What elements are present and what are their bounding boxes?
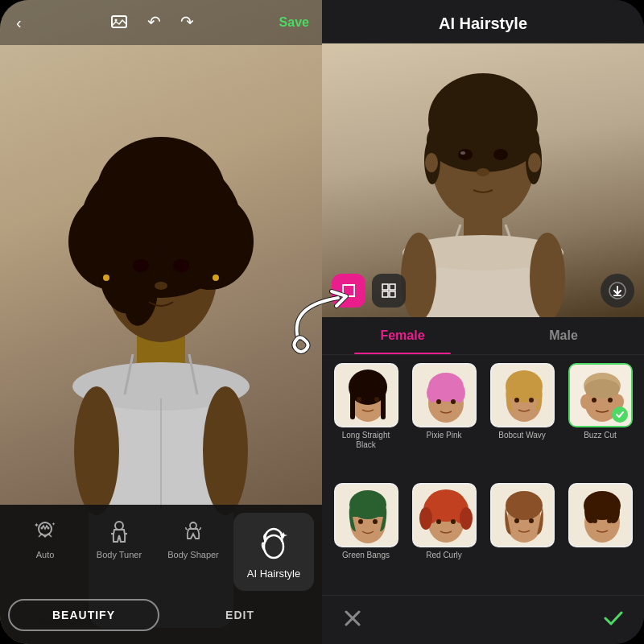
hairstyle-label-4: Green Bangs — [342, 551, 390, 560]
svg-point-92 — [373, 519, 378, 524]
tool-body-tuner[interactable]: Body Tuner — [82, 513, 156, 565]
tool-auto[interactable]: ✦ ✦ Auto — [8, 513, 82, 565]
svg-point-84 — [608, 398, 613, 402]
hairstyle-long-straight-black[interactable]: Long StraightBlack — [330, 363, 402, 477]
download-button[interactable] — [601, 274, 634, 308]
svg-point-30 — [190, 522, 196, 529]
svg-point-106 — [514, 518, 519, 523]
svg-point-45 — [493, 149, 508, 160]
photo-control-left — [332, 274, 406, 308]
body-tuner-label: Body Tuner — [97, 550, 142, 560]
right-photo-area — [322, 43, 644, 317]
body-shaper-icon — [179, 518, 208, 547]
svg-point-98 — [419, 507, 432, 530]
svg-point-15 — [173, 259, 189, 272]
svg-point-49 — [528, 153, 541, 172]
svg-rect-76 — [506, 384, 542, 392]
svg-point-16 — [155, 282, 167, 290]
svg-point-31 — [264, 535, 283, 558]
svg-point-1 — [114, 19, 117, 21]
tool-body-shaper[interactable]: Body Shaper — [156, 513, 230, 565]
hairstyle-label-5: Red Curly — [426, 551, 461, 560]
hairstyle-thumb-5 — [412, 483, 477, 547]
hairstyle-thumb-6 — [490, 483, 555, 547]
svg-point-91 — [358, 519, 363, 524]
hairstyle-thumb-3 — [568, 363, 633, 427]
svg-point-114 — [607, 518, 612, 523]
svg-rect-52 — [390, 284, 395, 290]
hairstyle-style7[interactable] — [486, 483, 558, 587]
svg-point-48 — [425, 153, 438, 172]
svg-rect-60 — [350, 387, 355, 419]
hairstyle-thumb-2 — [490, 363, 555, 427]
header-center-icons: ↶ ↷ — [107, 9, 197, 37]
back-icon[interactable]: ‹ — [13, 10, 25, 35]
svg-point-18 — [213, 275, 219, 281]
hairstyle-red-curly[interactable]: Red Curly — [408, 483, 480, 587]
svg-point-85 — [580, 394, 590, 409]
bottom-toolbar: ✦ ✦ Auto Body Tuner — [0, 505, 322, 644]
hairstyle-label-1: Pixie Pink — [427, 431, 462, 440]
svg-point-21 — [203, 386, 248, 515]
hairstyle-label-2: Bobcut Wavy — [498, 431, 546, 440]
svg-point-27 — [115, 522, 123, 530]
undo-icon[interactable]: ↶ — [144, 9, 164, 37]
tab-male[interactable]: Male — [483, 317, 644, 354]
svg-rect-105 — [506, 506, 542, 512]
hairstyle-green-bangs[interactable]: Green Bangs — [330, 483, 402, 587]
gallery-icon[interactable] — [107, 9, 131, 37]
confirm-button[interactable] — [602, 607, 625, 633]
right-panel: AI Hairstyle — [322, 0, 644, 644]
svg-point-11 — [97, 137, 225, 250]
svg-point-71 — [436, 399, 441, 404]
hairstyle-pixie-pink[interactable]: Pixie Pink — [408, 363, 480, 477]
svg-point-77 — [514, 398, 519, 402]
svg-point-72 — [451, 399, 456, 404]
hairstyle-buzz-cut[interactable]: Buzz Cut — [564, 363, 636, 477]
hairstyle-grid: Long StraightBlack Pixie Pink — [322, 355, 644, 595]
toolbar-tools: ✦ ✦ Auto Body Tuner — [0, 513, 322, 591]
right-title: AI Hairstyle — [439, 14, 527, 32]
svg-point-99 — [460, 507, 473, 530]
svg-rect-62 — [353, 385, 382, 391]
ai-hairstyle-card[interactable]: AI Hairstyle — [233, 513, 314, 591]
left-header: ‹ ↶ ↷ Save — [0, 0, 322, 45]
left-panel: ‹ ↶ ↷ Save — [0, 0, 322, 644]
hairstyle-thumb-0 — [334, 363, 398, 427]
hairstyle-label-3: Buzz Cut — [584, 431, 617, 440]
svg-text:✦: ✦ — [52, 522, 56, 526]
redo-icon[interactable]: ↷ — [177, 9, 197, 37]
hairstyle-thumb-4 — [334, 483, 398, 547]
grid-view-button[interactable] — [372, 274, 406, 308]
svg-rect-51 — [382, 284, 388, 290]
svg-text:✦: ✦ — [34, 522, 39, 529]
svg-point-47 — [477, 168, 489, 176]
beautify-button[interactable]: BEAUTIFY — [8, 599, 159, 631]
svg-point-20 — [74, 386, 119, 515]
hairstyle-style8[interactable] — [564, 483, 636, 587]
svg-point-17 — [103, 275, 109, 281]
auto-icon: ✦ ✦ — [31, 518, 60, 547]
svg-point-83 — [592, 398, 597, 402]
svg-point-82 — [584, 379, 620, 398]
ai-hairstyle-label: AI Hairstyle — [247, 568, 300, 580]
svg-rect-61 — [381, 387, 386, 419]
hairstyle-thumb-7 — [568, 483, 633, 547]
edit-button[interactable]: EDIT — [166, 599, 314, 631]
bottom-action-bar — [322, 595, 644, 644]
right-header: AI Hairstyle — [322, 0, 644, 43]
svg-point-14 — [133, 259, 149, 272]
toolbar-bottom-buttons: BEAUTIFY EDIT — [0, 599, 322, 631]
square-view-button[interactable] — [332, 274, 365, 308]
cancel-button[interactable] — [341, 607, 364, 633]
tab-female[interactable]: Female — [322, 317, 483, 354]
selected-badge-3 — [612, 407, 628, 423]
svg-point-64 — [374, 397, 379, 402]
save-button[interactable]: Save — [279, 15, 309, 30]
hairstyle-bobcut-wavy[interactable]: Bobcut Wavy — [486, 363, 558, 477]
svg-point-101 — [451, 519, 456, 524]
auto-label: Auto — [36, 550, 55, 560]
body-shaper-label: Body Shaper — [167, 550, 219, 560]
svg-point-100 — [436, 519, 441, 524]
svg-rect-70 — [430, 384, 462, 392]
